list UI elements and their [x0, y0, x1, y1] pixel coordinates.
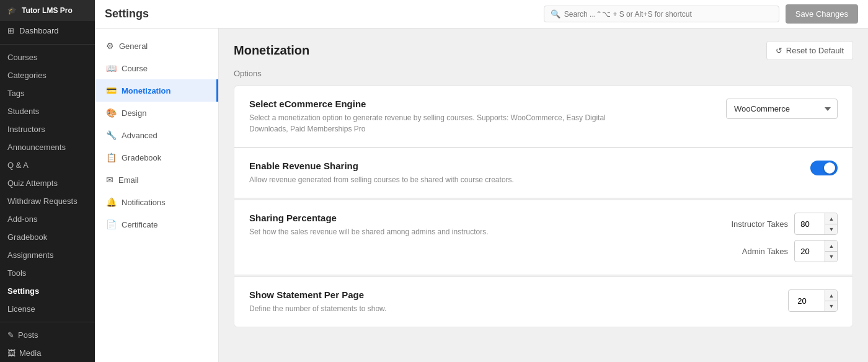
- sidebar-divider: [0, 44, 95, 45]
- sub-sidebar-item-notifications[interactable]: 🔔 Notifications: [95, 191, 218, 213]
- sidebar-item-qa[interactable]: Q & A: [0, 156, 95, 174]
- general-icon: ⚙: [106, 41, 114, 51]
- sub-sidebar-item-advanced[interactable]: 🔧 Advanced: [95, 124, 218, 146]
- card-sharing-percentage: Sharing Percentage Set how the sales rev…: [234, 200, 853, 275]
- sub-sidebar-item-course[interactable]: 📖 Course: [95, 57, 218, 79]
- sharing-percentage-desc: Set how the sales revenue will be shared…: [249, 226, 489, 237]
- card-text-ecommerce: Select eCommerce Engine Select a monetiz…: [249, 99, 621, 135]
- certificate-label: Certificate: [122, 220, 158, 229]
- sub-sidebar-item-gradebook[interactable]: 📋 Gradebook: [95, 146, 218, 169]
- sidebar-brand[interactable]: 🎓 Tutor LMS Pro: [0, 0, 95, 21]
- sidebar-item-categories[interactable]: Categories: [0, 66, 95, 84]
- search-bar[interactable]: 🔍: [544, 6, 779, 22]
- instructor-takes-input-wrap: ▲ ▼: [794, 213, 838, 235]
- add-ons-label: Add-ons: [7, 214, 37, 224]
- main-wrapper: Settings 🔍 Save Changes ⚙ General 📖 Cour…: [95, 0, 868, 362]
- course-icon: 📖: [106, 63, 117, 73]
- sidebar-bottom-divider: [0, 322, 95, 322]
- sidebar-item-assignments[interactable]: Assignments: [0, 246, 95, 264]
- card-revenue-sharing: Enable Revenue Sharing Allow revenue gen…: [234, 148, 853, 198]
- section-header: Monetization ↺ Reset to Default: [234, 41, 853, 60]
- statement-desc: Define the number of statements to show.: [249, 303, 386, 314]
- statement-input[interactable]: [789, 291, 825, 311]
- qa-label: Q & A: [7, 161, 29, 170]
- revenue-sharing-control: [810, 161, 838, 175]
- instructor-spin-up[interactable]: ▲: [825, 213, 838, 224]
- sidebar-item-gradebook[interactable]: Gradebook: [0, 228, 95, 246]
- design-icon: 🎨: [106, 108, 117, 118]
- sidebar-item-add-ons[interactable]: Add-ons: [0, 210, 95, 228]
- brand-name: Tutor LMS Pro: [22, 6, 73, 15]
- notifications-label: Notifications: [122, 198, 166, 207]
- sub-sidebar: ⚙ General 📖 Course 💳 Monetization 🎨 Desi…: [95, 29, 219, 362]
- statement-input-wrap: ▲ ▼: [788, 289, 838, 312]
- topbar: Settings 🔍 Save Changes: [95, 0, 868, 29]
- card-text-sharing: Sharing Percentage Set how the sales rev…: [249, 213, 489, 237]
- card-text-revenue: Enable Revenue Sharing Allow revenue gen…: [249, 161, 514, 185]
- gradebook-sub-label: Gradebook: [122, 153, 161, 162]
- media-label: Media: [19, 348, 41, 358]
- general-label: General: [119, 42, 148, 51]
- statement-control: ▲ ▼: [788, 289, 838, 312]
- assignments-label: Assignments: [7, 250, 53, 260]
- sidebar-item-dashboard[interactable]: ⊞ Dashboard: [0, 21, 95, 40]
- advanced-label: Advanced: [122, 131, 157, 140]
- statement-label: Show Statement Per Page: [249, 289, 386, 300]
- sidebar-item-media[interactable]: 🖼 Media: [0, 344, 95, 362]
- sidebar-item-posts[interactable]: ✎ Posts: [0, 326, 95, 344]
- sidebar-item-license[interactable]: License: [0, 300, 95, 318]
- gradebook-label: Gradebook: [7, 232, 47, 242]
- sidebar-item-tags[interactable]: Tags: [0, 84, 95, 102]
- reset-button[interactable]: ↺ Reset to Default: [766, 41, 853, 60]
- statement-spin-down[interactable]: ▼: [825, 301, 838, 311]
- card-row-sharing: Sharing Percentage Set how the sales rev…: [249, 213, 838, 262]
- email-label: Email: [118, 175, 139, 185]
- dashboard-icon: ⊞: [7, 26, 14, 35]
- admin-spin-up[interactable]: ▲: [825, 241, 838, 251]
- admin-takes-row: Admin Takes ▲ ▼: [742, 240, 838, 262]
- instructor-takes-label: Instructor Takes: [731, 219, 788, 229]
- students-label: Students: [7, 107, 39, 116]
- settings-label: Settings: [7, 286, 39, 296]
- sharing-fields: Instructor Takes ▲ ▼ Ad: [731, 213, 838, 262]
- revenue-sharing-toggle[interactable]: [810, 161, 838, 175]
- card-ecommerce-engine: Select eCommerce Engine Select a monetiz…: [234, 86, 853, 148]
- reset-icon: ↺: [776, 46, 782, 55]
- ecommerce-engine-desc: Select a monetization option to generate…: [249, 112, 621, 135]
- revenue-sharing-desc: Allow revenue generated from selling cou…: [249, 174, 514, 185]
- admin-spin-down[interactable]: ▼: [825, 251, 838, 262]
- instructor-spin-down[interactable]: ▼: [825, 224, 838, 234]
- sidebar-item-tools[interactable]: Tools: [0, 264, 95, 282]
- course-label: Course: [122, 64, 148, 73]
- sidebar-item-courses[interactable]: Courses: [0, 48, 95, 66]
- sub-sidebar-item-monetization[interactable]: 💳 Monetization: [95, 79, 218, 102]
- sidebar-item-announcements[interactable]: Announcements: [0, 138, 95, 156]
- withdraw-requests-label: Withdraw Requests: [7, 196, 78, 206]
- admin-takes-input-wrap: ▲ ▼: [794, 240, 838, 262]
- sub-sidebar-item-certificate[interactable]: 📄 Certificate: [95, 213, 218, 236]
- sidebar-item-instructors[interactable]: Instructors: [0, 120, 95, 138]
- main-content: Monetization ↺ Reset to Default Options …: [219, 29, 868, 362]
- design-label: Design: [122, 108, 146, 118]
- sub-sidebar-item-design[interactable]: 🎨 Design: [95, 102, 218, 124]
- save-button[interactable]: Save Changes: [786, 4, 858, 24]
- search-input[interactable]: [564, 10, 773, 19]
- brand-icon: 🎓: [7, 6, 17, 15]
- instructors-label: Instructors: [7, 125, 45, 134]
- ecommerce-engine-select[interactable]: WooCommerce Easy Digital Downloads Paid …: [726, 99, 838, 119]
- statement-spin-up[interactable]: ▲: [825, 290, 838, 301]
- search-icon: 🔍: [551, 9, 560, 19]
- instructor-takes-input[interactable]: [795, 216, 825, 232]
- sub-sidebar-item-general[interactable]: ⚙ General: [95, 35, 218, 57]
- sub-sidebar-item-email[interactable]: ✉ Email: [95, 169, 218, 191]
- categories-label: Categories: [7, 71, 46, 80]
- courses-label: Courses: [7, 53, 37, 62]
- sidebar-item-withdraw-requests[interactable]: Withdraw Requests: [0, 192, 95, 210]
- sharing-percentage-control: Instructor Takes ▲ ▼ Ad: [731, 213, 838, 262]
- revenue-sharing-toggle-wrap[interactable]: [810, 161, 838, 175]
- admin-takes-input[interactable]: [795, 243, 825, 260]
- sidebar-item-settings[interactable]: Settings: [0, 282, 95, 300]
- sidebar-item-students[interactable]: Students: [0, 102, 95, 120]
- sidebar-item-quiz-attempts[interactable]: Quiz Attempts: [0, 174, 95, 192]
- license-label: License: [7, 304, 35, 314]
